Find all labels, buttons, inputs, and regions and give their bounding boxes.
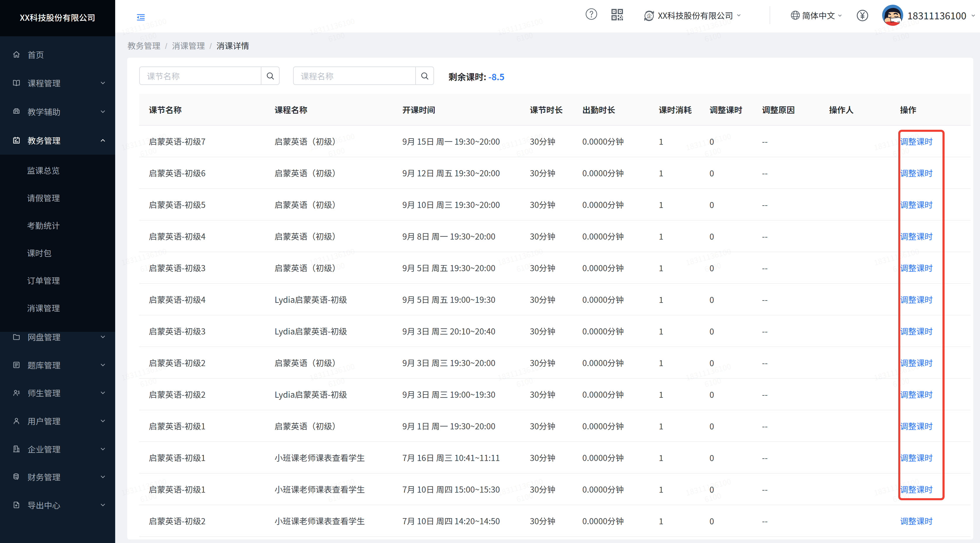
svg-text:企: 企: [646, 12, 652, 19]
